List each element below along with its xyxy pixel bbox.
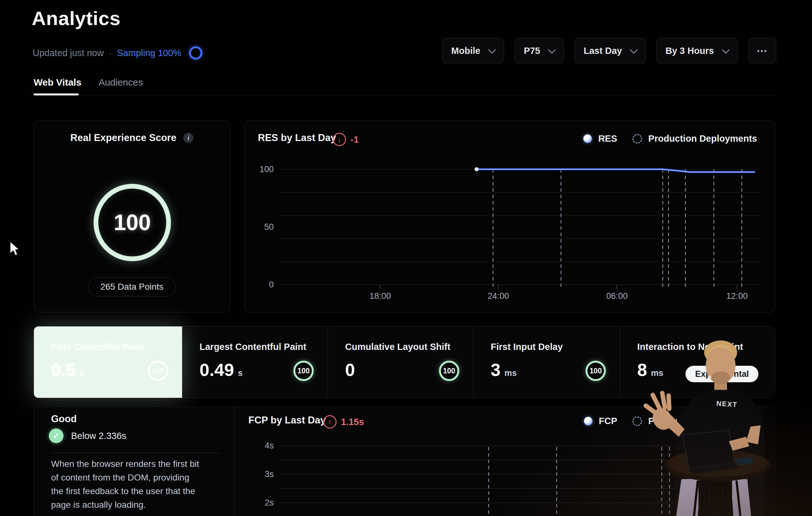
tile-unit: ms <box>504 368 517 378</box>
score-card-title: Real Experience Score <box>70 132 176 144</box>
svg-text:06:00: 06:00 <box>606 291 628 301</box>
real-experience-score-card: Real Experience Score i 100 265 Data Poi… <box>34 120 230 312</box>
update-status-row: Updated just now · Sampling 100% <box>33 46 202 60</box>
score-badge: 100 <box>293 361 314 381</box>
updated-status: Updated just now <box>33 48 104 58</box>
svg-text:3s: 3s <box>264 469 274 479</box>
tile-value: 0.49 <box>200 359 234 380</box>
more-options-button[interactable]: ⋯ <box>748 38 776 63</box>
tile-title: First Contentful Paint <box>51 342 145 352</box>
page-title: Analytics <box>32 7 120 29</box>
tile-value: 3 <box>491 359 500 380</box>
score-badge: 100 <box>585 361 606 381</box>
score-value: 100 <box>114 210 151 235</box>
tile-first-contentful-paint[interactable]: First Contentful Paint 0.5s 100 <box>34 327 182 398</box>
tile-value: 0 <box>345 359 355 380</box>
res-chart-canvas: 10050018:0024:0006:0012:00 <box>244 121 775 312</box>
score-gauge: 100 <box>93 184 171 261</box>
device-dropdown-label: Mobile <box>452 45 481 56</box>
sampling-progress-ring-icon <box>189 46 202 60</box>
tab-web-vitals[interactable]: Web Vitals <box>34 77 82 88</box>
svg-text:4s: 4s <box>264 441 274 450</box>
svg-text:2s: 2s <box>264 498 274 508</box>
info-icon[interactable]: i <box>183 133 194 143</box>
tile-value: 0.5 <box>51 359 76 380</box>
mouse-cursor <box>9 241 22 257</box>
presenter-shadow <box>758 381 812 516</box>
shirt-logo: NEXT <box>716 399 738 409</box>
tile-title: First Input Delay <box>491 342 563 352</box>
tab-audiences[interactable]: Audiences <box>99 77 143 88</box>
svg-text:0: 0 <box>269 280 274 290</box>
date-range-dropdown-label: Last Day <box>584 45 622 56</box>
date-range-dropdown[interactable]: Last Day <box>574 38 646 63</box>
chevron-down-icon <box>548 45 556 54</box>
score-badge: 100 <box>148 361 168 381</box>
sampling-rate-label: Sampling 100% <box>117 48 181 58</box>
analytics-dashboard: Analytics Updated just now · Sampling 10… <box>0 0 812 516</box>
laptop <box>683 430 734 468</box>
presenter-photo: NEXT <box>634 330 812 516</box>
separator-dot: · <box>109 48 112 58</box>
tile-unit: s <box>238 368 243 378</box>
svg-text:12:00: 12:00 <box>726 291 748 301</box>
chevron-down-icon <box>488 45 496 54</box>
svg-text:100: 100 <box>259 164 274 174</box>
tile-cumulative-layout-shift[interactable]: Cumulative Layout Shift 0 100 <box>328 327 473 398</box>
presenter-beard <box>711 371 730 384</box>
ellipsis-icon: ⋯ <box>756 44 768 57</box>
score-badge: 100 <box>439 361 459 381</box>
percentile-dropdown-label: P75 <box>524 45 540 56</box>
res-chart-card: RES by Last Day ↓ -1 RES Production Depl… <box>244 120 775 312</box>
device-dropdown[interactable]: Mobile <box>442 38 504 63</box>
svg-text:24:00: 24:00 <box>488 291 509 301</box>
data-points-badge: 265 Data Points <box>88 277 176 296</box>
interval-dropdown[interactable]: By 3 Hours <box>656 38 738 63</box>
tab-bar-divider <box>32 95 776 95</box>
tile-title: Cumulative Layout Shift <box>345 342 451 352</box>
chevron-down-icon <box>722 45 729 54</box>
svg-text:18:00: 18:00 <box>370 291 391 301</box>
interval-dropdown-label: By 3 Hours <box>665 45 714 56</box>
tile-largest-contentful-paint[interactable]: Largest Contentful Paint 0.49s 100 <box>182 327 328 398</box>
percentile-dropdown[interactable]: P75 <box>515 38 564 63</box>
chevron-down-icon <box>630 45 638 54</box>
tab-bar: Web Vitals Audiences <box>34 77 143 88</box>
tile-first-input-delay[interactable]: First Input Delay 3ms 100 <box>473 327 620 398</box>
tile-unit: s <box>80 368 84 378</box>
tile-title: Largest Contentful Paint <box>200 342 307 352</box>
svg-text:50: 50 <box>264 222 274 232</box>
microphone-icon <box>708 375 711 379</box>
filter-controls: Mobile P75 Last Day By 3 Hours ⋯ <box>442 38 776 63</box>
